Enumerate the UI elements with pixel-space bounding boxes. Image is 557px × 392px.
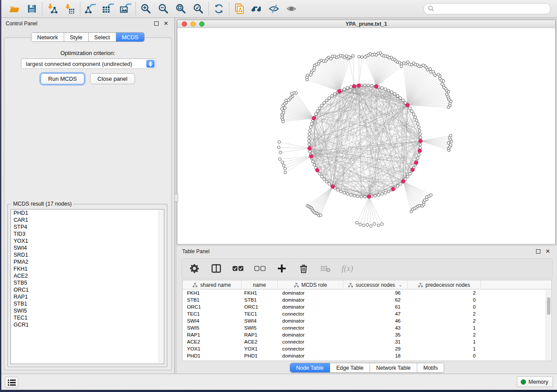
trash-icon[interactable]	[298, 263, 309, 274]
toolbar-separator	[208, 2, 209, 15]
task-history-button[interactable]	[5, 377, 18, 388]
shared-column-icon	[418, 283, 423, 287]
memory-label: Memory	[529, 379, 548, 385]
tab-node-table[interactable]: Node Table	[290, 363, 330, 372]
cell-successor-nodes: 43	[343, 324, 408, 331]
table-row[interactable]: PHD1PHD1dominator180	[183, 352, 551, 359]
show-all-eye-icon[interactable]	[283, 1, 301, 16]
table-row[interactable]: FKH1FKH1dominator962	[183, 289, 551, 296]
mcds-result-item[interactable]: TEC1	[11, 314, 164, 321]
clone-network-icon[interactable]	[231, 1, 248, 16]
table-row[interactable]: SWI5SWI5connector431	[183, 324, 551, 331]
mcds-result-item[interactable]: ACE2	[11, 272, 164, 279]
mcds-result-item[interactable]: SRD1	[11, 251, 164, 258]
search-network-icon[interactable]	[248, 1, 266, 16]
close-panel-button[interactable]: Close panel	[90, 73, 135, 84]
cell-name: SWI4	[242, 317, 278, 324]
column-header-name[interactable]: name	[242, 280, 278, 289]
mcds-hub-node	[414, 161, 418, 165]
mcds-result-item[interactable]: STP4	[11, 224, 164, 230]
mcds-result-item[interactable]: RAP1	[11, 293, 164, 300]
search-input[interactable]	[435, 4, 550, 13]
table-row[interactable]: YOX1YOX1connector291	[183, 345, 551, 352]
column-header-predecessor-nodes[interactable]: predecessor nodes	[408, 280, 481, 289]
select-all-icon[interactable]	[232, 263, 244, 274]
zoom-in-icon[interactable]	[137, 1, 155, 16]
float-panel-icon[interactable]	[152, 20, 160, 27]
table-row[interactable]: SWI4SWI4dominator462	[183, 317, 551, 324]
function-builder-icon-disabled: f(x)	[342, 263, 353, 274]
refresh-icon[interactable]	[210, 1, 228, 16]
table-row[interactable]: ACE2ACE2connector311	[183, 338, 551, 345]
table-row[interactable]: TEC1TEC1connector472	[183, 310, 551, 317]
hide-selected-eye-icon[interactable]	[266, 1, 283, 16]
column-header-mcds-role[interactable]: MCDS role	[278, 280, 343, 289]
tab-network[interactable]: Network	[31, 33, 64, 41]
panel-splitter-handle[interactable]	[174, 194, 178, 202]
import-network-icon[interactable]	[44, 1, 61, 16]
tab-motifs[interactable]: Motifs	[417, 363, 444, 372]
mcds-hub-node	[391, 187, 395, 191]
mcds-result-item[interactable]: STB5	[11, 279, 164, 286]
zoom-out-icon[interactable]	[155, 1, 172, 16]
cell-shared-name: PHD1	[183, 352, 242, 359]
gear-icon[interactable]	[189, 263, 200, 274]
table-row[interactable]: STB1STB1dominator620	[183, 296, 551, 303]
import-table-icon[interactable]	[61, 1, 79, 16]
table-scrollbar-thumb[interactable]	[547, 297, 550, 315]
columns-panel-icon[interactable]	[211, 263, 222, 274]
mcds-result-item[interactable]: SWI4	[11, 244, 164, 251]
tab-mcds[interactable]: MCDS	[116, 33, 144, 41]
mcds-result-item[interactable]: CAR1	[11, 217, 164, 224]
table-scrollbar[interactable]	[546, 290, 551, 360]
toolbar-separator	[135, 2, 136, 15]
mcds-list-scrollbar[interactable]	[159, 210, 163, 363]
network-graph-canvas[interactable]	[177, 28, 555, 244]
mcds-result-item[interactable]: GCR1	[11, 321, 164, 328]
export-table-icon[interactable]	[99, 1, 117, 16]
table-tab-group: Node TableEdge TableNetwork TableMotifs	[290, 363, 445, 373]
mcds-result-item[interactable]: STB1	[11, 300, 164, 307]
mcds-result-item[interactable]: YOX1	[11, 237, 164, 244]
mcds-result-item[interactable]: TID3	[11, 230, 164, 237]
column-header-successor-nodes[interactable]: successor nodes⌄	[343, 280, 408, 289]
tab-network-table[interactable]: Network Table	[370, 363, 417, 372]
save-icon[interactable]	[23, 1, 41, 16]
cell-shared-name: ORC1	[183, 303, 242, 310]
search-field[interactable]	[423, 3, 551, 14]
table-panel-header: Table Panel ✕	[177, 246, 557, 257]
mcds-result-item[interactable]: SWI5	[11, 307, 164, 314]
zoom-fit-icon[interactable]	[172, 1, 190, 16]
add-row-icon[interactable]	[276, 263, 287, 274]
mcds-result-item[interactable]: FKH1	[11, 265, 164, 272]
column-header-shared-name[interactable]: shared name	[183, 280, 242, 289]
tab-select[interactable]: Select	[89, 33, 116, 41]
export-image-icon[interactable]	[117, 1, 134, 16]
search-icon	[428, 5, 435, 12]
table-body[interactable]: FKH1FKH1dominator962STB1STB1dominator620…	[183, 289, 551, 359]
mcds-result-item[interactable]: PMA2	[11, 258, 164, 265]
run-mcds-button[interactable]: Run MCDS	[41, 73, 84, 84]
optimization-criterion-dropdown[interactable]: largest connected component (undirected)	[21, 58, 156, 69]
mcds-result-list[interactable]: PHD1CAR1STP4TID3YOX1SWI4SRD1PMA2FKH1ACE2…	[10, 209, 164, 364]
open-folder-icon[interactable]	[6, 1, 23, 16]
mcds-result-item[interactable]: ORC1	[11, 286, 164, 293]
table-row[interactable]: ORC1ORC1dominator610	[183, 303, 551, 310]
network-window-titlebar[interactable]: YPA_prune.txt_1	[177, 20, 555, 28]
sort-indicator-icon: ⌄	[398, 282, 402, 287]
table-row[interactable]: RAP1RAP1dominator352	[183, 331, 551, 338]
export-network-icon[interactable]	[82, 1, 99, 16]
deselect-all-icon[interactable]	[254, 263, 266, 274]
close-panel-icon[interactable]: ✕	[544, 248, 552, 255]
close-panel-icon[interactable]: ✕	[162, 20, 170, 27]
cell-predecessor-nodes: 2	[408, 331, 481, 338]
tab-style[interactable]: Style	[64, 33, 89, 41]
memory-button[interactable]: Memory	[517, 376, 553, 387]
float-panel-icon[interactable]	[534, 248, 542, 255]
tab-edge-table[interactable]: Edge Table	[330, 363, 370, 372]
cell-shared-name: ACE2	[183, 338, 242, 345]
zoom-selected-icon[interactable]	[190, 1, 207, 16]
cell-name: TEC1	[242, 310, 278, 317]
mcds-result-item[interactable]: PHD1	[11, 210, 164, 217]
delete-table-icon-disabled	[320, 263, 331, 274]
